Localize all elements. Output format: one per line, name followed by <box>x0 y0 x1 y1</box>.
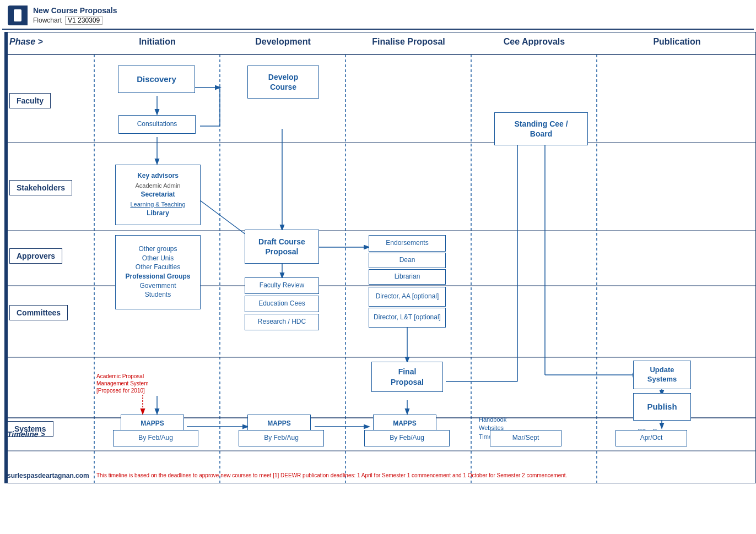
header: New Course Proposals Flowchart V1 230309 <box>2 2 754 30</box>
box-consultations: Consultations <box>118 115 196 134</box>
col-finalise: Finalise Proposal <box>346 37 471 47</box>
timeline-cee: Mar/Sept <box>490 430 561 446</box>
box-key-advisors-group: Key advisors Academic Admin Secretariat … <box>115 165 201 225</box>
timeline-initiation: By Feb/Aug <box>113 430 198 446</box>
row-approvers: Approvers <box>9 248 62 264</box>
timeline-publication: Apr/Oct <box>615 430 687 446</box>
flowchart-area: Phase > Initiation Development Finalise … <box>4 32 756 483</box>
row-stakeholders: Stakeholders <box>9 180 72 195</box>
row-faculty: Faculty <box>9 93 51 108</box>
box-director-aa: Director, AA [optional] <box>369 287 446 307</box>
box-faculty-review: Faculty Review <box>245 277 319 294</box>
box-standing-cee: Standing Cee /Board <box>494 112 588 145</box>
box-endorsements: Endorsements <box>369 235 446 252</box>
box-research-hdc: Research / HDC <box>245 314 319 330</box>
box-discovery: Discovery <box>118 66 195 93</box>
row-committees: Committees <box>9 305 68 320</box>
box-education-cees: Education Cees <box>245 296 319 312</box>
box-dean: Dean <box>369 253 446 268</box>
phase-header: Phase > <box>9 37 43 47</box>
header-title: New Course Proposals <box>33 6 117 15</box>
col-cee: Cee Approvals <box>472 37 597 47</box>
watermark: surlespasdeartagnan.com <box>7 472 89 479</box>
box-publish: Publish <box>633 393 691 421</box>
header-sub1: Flowchart <box>33 17 62 24</box>
row-timeline: Timeline > <box>7 430 45 439</box>
text-apms: Academic Proposal Management System [Pro… <box>96 373 168 394</box>
box-update-systems: UpdateSystems <box>633 361 691 389</box>
box-director-lt: Director, L&T [optional] <box>369 308 446 328</box>
left-border <box>5 32 8 483</box>
timeline-finalise: By Feb/Aug <box>364 430 450 446</box>
header-version: V1 230309 <box>65 16 102 25</box>
box-draft-proposal: Draft CourseProposal <box>245 230 319 264</box>
timeline-note: This timeline is based on the deadlines … <box>96 472 753 479</box>
col-development: Development <box>220 37 345 47</box>
col-initiation: Initiation <box>95 37 220 47</box>
box-develop-course: DevelopCourse <box>247 66 319 99</box>
box-librarian: Librarian <box>369 269 446 285</box>
box-other-groups: Other groups Other Unis Other Faculties … <box>115 235 201 309</box>
timeline-development: By Feb/Aug <box>239 430 324 446</box>
col-publication: Publication <box>597 37 756 47</box>
box-final-proposal: FinalProposal <box>371 362 443 392</box>
